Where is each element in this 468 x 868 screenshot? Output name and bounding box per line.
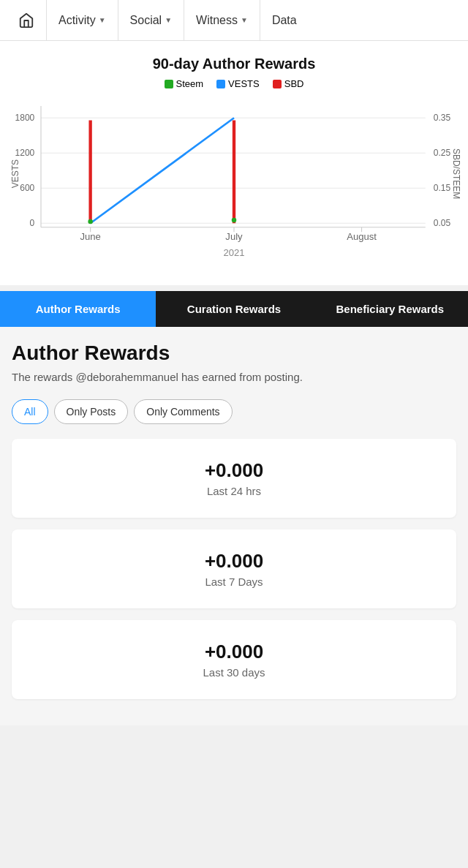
- nav-activity-chevron: ▼: [99, 16, 106, 24]
- nav-data-label: Data: [272, 14, 297, 27]
- stat-value-7d: +0.000: [23, 550, 445, 573]
- tabs-bar: Author Rewards Curation Rewards Benefici…: [0, 291, 468, 327]
- content-section: Author Rewards The rewards @deborahemman…: [0, 327, 468, 725]
- stat-card-7d: +0.000 Last 7 Days: [12, 529, 456, 608]
- chart-section: 90-day Author Rewards Steem VESTS SBD 18…: [0, 41, 468, 285]
- tab-author-rewards[interactable]: Author Rewards: [0, 291, 156, 327]
- legend-steem-label: Steem: [176, 78, 204, 89]
- y-left-axis-label: VESTS: [10, 159, 20, 188]
- legend-vests: VESTS: [216, 78, 260, 89]
- content-description: The rewards @deborahemmanuel has earned …: [12, 369, 456, 385]
- x-label-july: July: [225, 231, 243, 242]
- legend-sbd-dot: [273, 80, 282, 88]
- x-label-june: June: [80, 231, 100, 242]
- home-nav-button[interactable]: [6, 0, 47, 41]
- stat-card-30d: +0.000 Last 30 days: [12, 620, 456, 699]
- nav-social-chevron: ▼: [165, 16, 172, 24]
- home-icon: [18, 12, 34, 29]
- x-year-label: 2021: [223, 247, 244, 258]
- nav-witness[interactable]: Witness ▼: [184, 0, 260, 41]
- navbar: Activity ▼ Social ▼ Witness ▼ Data: [0, 0, 468, 41]
- nav-activity-label: Activity: [58, 14, 96, 27]
- stat-label-30d: Last 30 days: [23, 666, 445, 679]
- y-label-1800: 1800: [15, 113, 35, 123]
- legend-steem: Steem: [165, 78, 204, 89]
- stat-value-24h: +0.000: [23, 459, 445, 482]
- stat-value-30d: +0.000: [23, 641, 445, 663]
- tab-curation-rewards[interactable]: Curation Rewards: [156, 291, 312, 327]
- content-heading: Author Rewards: [12, 341, 456, 365]
- steem-dot-june: [88, 219, 93, 224]
- y-right-035: 0.35: [434, 113, 451, 123]
- chart-legend: Steem VESTS SBD: [7, 78, 461, 89]
- chart-svg: 1800 1200 600 0 VESTS 0.35 0.25 0.15 0.0…: [7, 98, 461, 273]
- y-label-600: 600: [20, 183, 34, 193]
- y-right-axis-label: SBD/STEEM: [451, 148, 461, 199]
- steem-dot-july: [232, 218, 237, 223]
- nav-social-label: Social: [130, 14, 162, 27]
- stat-label-24h: Last 24 hrs: [23, 485, 445, 497]
- y-label-0: 0: [30, 218, 35, 228]
- y-label-1200: 1200: [15, 148, 35, 158]
- filter-buttons: All Only Posts Only Comments: [12, 399, 456, 424]
- x-label-august: August: [347, 231, 377, 242]
- y-right-025: 0.25: [434, 148, 451, 158]
- vests-line: [91, 118, 234, 223]
- filter-only-comments[interactable]: Only Comments: [134, 399, 232, 424]
- nav-witness-chevron: ▼: [241, 16, 248, 24]
- nav-activity[interactable]: Activity ▼: [47, 0, 118, 41]
- chart-area: 1800 1200 600 0 VESTS 0.35 0.25 0.15 0.0…: [7, 98, 461, 273]
- legend-sbd-label: SBD: [284, 78, 304, 89]
- stat-card-24h: +0.000 Last 24 hrs: [12, 439, 456, 518]
- nav-witness-label: Witness: [196, 14, 238, 27]
- legend-steem-dot: [165, 80, 173, 88]
- stat-label-7d: Last 7 Days: [23, 575, 445, 588]
- nav-data[interactable]: Data: [260, 0, 309, 41]
- legend-vests-dot: [216, 80, 225, 88]
- tab-beneficiary-rewards[interactable]: Beneficiary Rewards: [312, 291, 468, 327]
- filter-all[interactable]: All: [12, 399, 48, 424]
- y-right-015: 0.15: [434, 183, 451, 193]
- filter-only-posts[interactable]: Only Posts: [54, 399, 129, 424]
- y-right-005: 0.05: [434, 218, 451, 228]
- chart-title: 90-day Author Rewards: [7, 56, 461, 72]
- legend-sbd: SBD: [273, 78, 304, 89]
- tabs-section: Author Rewards Curation Rewards Benefici…: [0, 291, 468, 327]
- nav-social[interactable]: Social ▼: [118, 0, 184, 41]
- legend-vests-label: VESTS: [228, 78, 260, 89]
